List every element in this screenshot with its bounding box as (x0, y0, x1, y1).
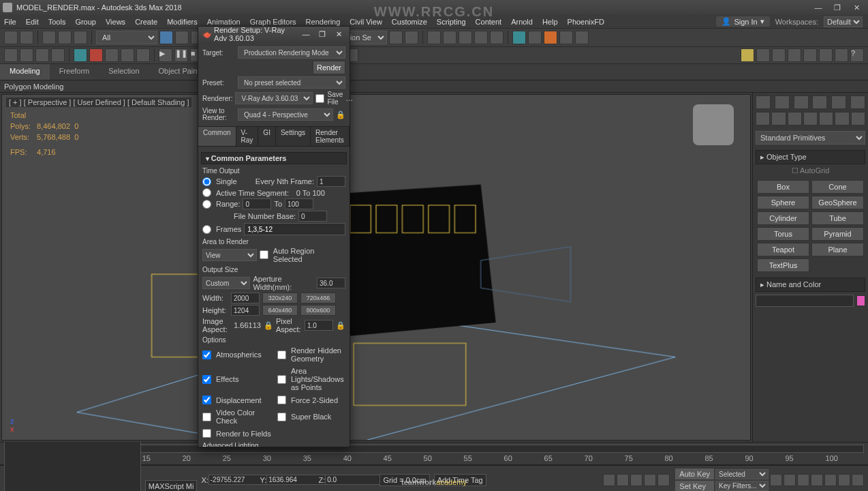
ribbon-tab-selection[interactable]: Selection (99, 64, 149, 80)
tab-gi[interactable]: GI (258, 127, 276, 146)
play-button[interactable]: ▶ (159, 48, 172, 62)
mirror-button[interactable] (389, 31, 403, 44)
dialog-titlebar[interactable]: 🫖 Render Setup: V-Ray Adv 3.60.03 — ❐ ✕ (198, 27, 350, 42)
play-anim[interactable] (630, 474, 642, 486)
object-type-rollout[interactable]: ▸ Object Type (756, 150, 865, 164)
render-to-fields-check[interactable] (202, 429, 211, 438)
prim-textplus[interactable]: TextPlus (757, 258, 809, 272)
every-nth-input[interactable] (317, 176, 345, 187)
spacewarps-cat[interactable] (835, 112, 849, 125)
sign-in-button[interactable]: 👤 Sign In ▾ (716, 16, 769, 27)
menu-tools[interactable]: Tools (48, 18, 66, 26)
window-minimize[interactable]: — (809, 1, 827, 14)
spinner-snap-button[interactable] (51, 48, 65, 62)
target-select[interactable]: Production Rendering Mode (238, 46, 345, 59)
settings-icon[interactable] (835, 48, 848, 62)
window-restore[interactable]: ❐ (828, 1, 846, 14)
effects-check[interactable] (202, 375, 211, 384)
hierarchy-tab[interactable] (794, 95, 809, 109)
menu-file[interactable]: File (4, 18, 16, 26)
viewport-label[interactable]: [ + ] [ Perspective ] [ User Defined ] [… (6, 98, 191, 107)
orbit-button[interactable] (838, 474, 850, 486)
dialog-restore[interactable]: ❐ (315, 30, 329, 39)
set-key-button[interactable]: Set Key (675, 481, 714, 492)
curve-editor-button[interactable] (459, 31, 472, 44)
bind-button[interactable] (74, 31, 87, 44)
prim-plane[interactable]: Plane (811, 243, 864, 256)
workspace-select[interactable]: Default (824, 16, 863, 27)
auto-region-check[interactable] (260, 250, 268, 259)
ribbon-tab-freeform[interactable]: Freeform (50, 64, 99, 80)
motion-tab[interactable] (812, 95, 827, 109)
utilities-tab[interactable] (850, 95, 865, 109)
toggle-ribbon-button[interactable] (443, 31, 456, 44)
goto-start[interactable] (603, 474, 615, 486)
prim-box[interactable]: Box (757, 180, 809, 194)
frames-radio[interactable] (202, 225, 211, 234)
viewport-canvas[interactable] (2, 95, 750, 440)
height-input[interactable] (231, 305, 260, 316)
auto-key-button[interactable]: Auto Key (675, 468, 714, 479)
preset-640x480[interactable]: 640x480 (262, 305, 298, 316)
goto-end[interactable] (657, 474, 670, 486)
undo-button[interactable] (4, 31, 18, 44)
view-cube[interactable] (693, 104, 734, 145)
window-close[interactable]: ✕ (848, 1, 865, 14)
super-black-check[interactable] (277, 413, 286, 421)
width-input[interactable] (231, 293, 260, 303)
prev-frame[interactable] (617, 474, 629, 486)
material-editor-button[interactable] (490, 31, 503, 44)
menu-help[interactable]: Help (542, 18, 558, 26)
redo-button[interactable] (20, 31, 33, 44)
displacement-check[interactable] (202, 396, 211, 404)
range-from-input[interactable] (243, 198, 271, 209)
render-button[interactable] (544, 31, 557, 44)
prim-cone[interactable]: Cone (811, 180, 864, 194)
snap-toggle-button[interactable] (4, 48, 18, 62)
pan-button[interactable] (824, 474, 837, 486)
geometry-cat[interactable] (756, 112, 770, 125)
maxscript-listener[interactable]: MAXScript Mi (145, 480, 198, 491)
render-button[interactable]: Render (313, 61, 345, 74)
angle-snap-button[interactable] (20, 48, 33, 62)
key-filters[interactable]: Key Filters... (715, 481, 769, 491)
lights-cat[interactable] (788, 112, 802, 125)
next-frame[interactable] (644, 474, 656, 486)
menu-animation[interactable]: Animation (207, 18, 241, 26)
menu-phoenixfd[interactable]: PhoenixFD (568, 18, 604, 26)
save-file-check[interactable] (315, 94, 324, 103)
tab-render-elements[interactable]: Render Elements (311, 127, 350, 146)
force-2sided-check[interactable] (277, 396, 286, 404)
output-size-select[interactable]: Custom (202, 277, 250, 289)
prim-geosphere[interactable]: GeoSphere (811, 196, 864, 209)
render-iterative-button[interactable] (559, 31, 573, 44)
sun-icon[interactable] (741, 48, 754, 62)
viewport-perspective[interactable]: [ + ] [ Perspective ] [ User Defined ] [… (1, 94, 751, 441)
zoom-extents-button[interactable] (797, 474, 809, 486)
view-to-render-select[interactable]: Quad 4 - Perspective (238, 108, 333, 121)
link-button[interactable] (42, 31, 56, 44)
dialog-close[interactable]: ✕ (332, 30, 345, 39)
create-panel-button[interactable] (74, 48, 87, 62)
ribbon-tab-modeling[interactable]: Modeling (0, 64, 50, 80)
menu-views[interactable]: Views (106, 18, 125, 26)
pixel-aspect-input[interactable] (305, 320, 333, 331)
cloud-icon[interactable] (772, 48, 786, 62)
systems-cat[interactable] (851, 112, 865, 125)
menu-rendering[interactable]: Rendering (306, 18, 341, 26)
prim-torus[interactable]: Torus (757, 227, 809, 241)
layer-manager-button[interactable] (427, 31, 441, 44)
percent-snap-button[interactable] (35, 48, 49, 62)
display-tab[interactable] (831, 95, 846, 109)
unlink-button[interactable] (58, 31, 72, 44)
pause-button[interactable]: ❚❚ (174, 48, 188, 62)
prim-sphere[interactable]: Sphere (757, 196, 809, 209)
save-file-more[interactable]: … (345, 94, 353, 102)
lock-view-icon[interactable]: 🔒 (336, 110, 345, 119)
align-button[interactable] (405, 31, 418, 44)
active-segment-radio[interactable] (202, 188, 211, 197)
dialog-minimize[interactable]: — (299, 30, 313, 39)
prim-pyramid[interactable]: Pyramid (811, 227, 864, 241)
display-panel-button[interactable] (136, 48, 150, 62)
prim-teapot[interactable]: Teapot (757, 243, 809, 256)
